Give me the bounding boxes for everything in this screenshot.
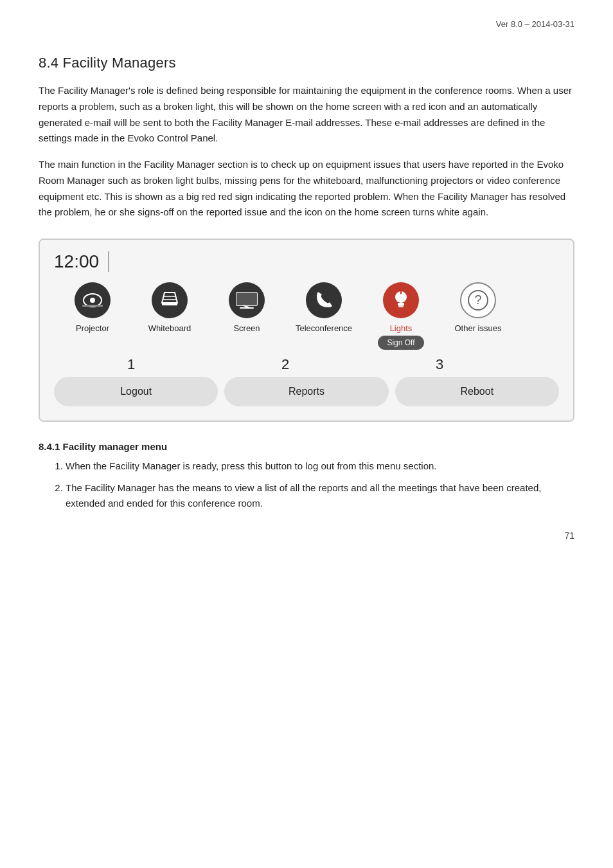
projector-label: Projector	[76, 323, 109, 333]
svg-rect-2	[82, 305, 103, 307]
whiteboard-icon-circle	[152, 282, 188, 318]
logout-button[interactable]: Logout	[54, 377, 218, 406]
page-number: 71	[39, 530, 574, 541]
reports-button[interactable]: Reports	[224, 377, 388, 406]
list-item-2: The Facility Manager has the means to vi…	[66, 480, 574, 511]
lights-icon	[391, 289, 411, 311]
action-buttons-row: Logout Reports Reboot	[54, 377, 559, 406]
whiteboard-icon	[158, 290, 181, 311]
lights-icon-circle	[383, 282, 419, 318]
number-2: 2	[208, 356, 362, 373]
sign-off-button[interactable]: Sign Off	[378, 336, 423, 350]
svg-rect-10	[240, 307, 254, 309]
number-3: 3	[362, 356, 517, 373]
svg-marker-4	[162, 293, 177, 303]
other-issues-label: Other issues	[455, 323, 502, 333]
svg-rect-8	[236, 293, 257, 305]
icons-row: Projector Whiteboard	[54, 282, 559, 350]
facility-manager-list: When the Facility Manager is ready, pres…	[39, 458, 574, 511]
version-text: Ver 8.0 – 2014-03-31	[39, 19, 574, 29]
numbers-row: 1 2 3	[54, 356, 559, 373]
phone-icon	[313, 289, 335, 311]
projector-icon	[81, 291, 104, 310]
subsection-title: 8.4.1 Facility manager menu	[39, 441, 574, 452]
svg-text:?: ?	[474, 293, 481, 307]
whiteboard-label: Whiteboard	[148, 323, 191, 333]
section-title: 8.4 Facility Managers	[39, 55, 574, 71]
paragraph-1: The Facility Manager's role is defined b…	[39, 83, 574, 147]
clock-display: 12:00	[54, 251, 109, 272]
other-issues-icon-circle: ?	[460, 282, 496, 318]
icon-item-screen: Screen	[208, 282, 285, 333]
screen-label: Screen	[233, 323, 260, 333]
svg-rect-12	[398, 303, 404, 305]
question-icon: ?	[467, 289, 489, 311]
icon-item-lights: Lights Sign Off	[362, 282, 440, 350]
facility-manager-ui-panel: 12:00 Projector	[39, 239, 574, 422]
screen-icon-circle	[229, 282, 265, 318]
reboot-button[interactable]: Reboot	[395, 377, 559, 406]
lights-label: Lights	[390, 323, 413, 333]
teleconference-icon-circle	[306, 282, 342, 318]
svg-rect-13	[398, 305, 404, 307]
projector-icon-circle	[75, 282, 111, 318]
teleconference-label: Teleconference	[296, 323, 352, 333]
icon-item-other-issues: ? Other issues	[440, 282, 517, 333]
number-1: 1	[54, 356, 208, 373]
list-item-1: When the Facility Manager is ready, pres…	[66, 458, 574, 474]
svg-point-1	[90, 298, 95, 303]
icon-item-projector: Projector	[54, 282, 131, 333]
icon-item-whiteboard: Whiteboard	[131, 282, 208, 333]
icon-item-teleconference: Teleconference	[285, 282, 362, 333]
paragraph-2: The main function in the Facility Manage…	[39, 157, 574, 221]
screen-icon	[235, 291, 259, 310]
